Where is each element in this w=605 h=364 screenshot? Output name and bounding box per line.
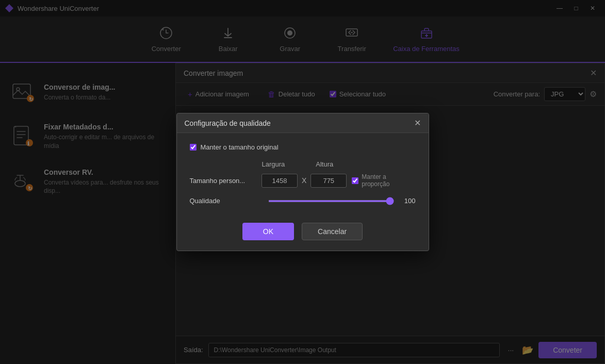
height-input[interactable] — [310, 174, 347, 188]
dimensions-header: Largura Altura — [190, 160, 416, 168]
keep-original-checkbox[interactable] — [190, 144, 197, 151]
dialog-body: Manter o tamanho original Largura Altura… — [177, 133, 429, 215]
cancel-button[interactable]: Cancelar — [302, 223, 363, 240]
dialog-titlebar: Configuração de qualidade ✕ — [177, 113, 429, 133]
width-input[interactable] — [261, 174, 298, 188]
quality-dialog: Configuração de qualidade ✕ Manter o tam… — [176, 113, 429, 251]
ok-button[interactable]: OK — [242, 223, 294, 240]
height-header: Altura — [316, 160, 333, 168]
quality-value: 100 — [400, 197, 416, 205]
keep-original-label: Manter o tamanho original — [201, 143, 279, 151]
dimension-separator: X — [302, 176, 306, 185]
quality-label: Qualidade — [190, 197, 262, 205]
custom-size-label: Tamanho person... — [190, 177, 261, 185]
dialog-close-button[interactable]: ✕ — [414, 118, 421, 128]
keep-original-row: Manter o tamanho original — [190, 143, 416, 151]
dialog-title: Configuração de qualidade — [185, 119, 271, 127]
custom-size-row: Tamanho person... X Manter a proporção — [190, 173, 416, 188]
maintain-ratio-label[interactable]: Manter a proporção — [352, 173, 415, 188]
dialog-footer: OK Cancelar — [177, 215, 429, 251]
width-header: Largura — [262, 160, 285, 168]
maintain-ratio-text: Manter a proporção — [362, 173, 415, 188]
dialog-overlay: Configuração de qualidade ✕ Manter o tam… — [0, 0, 605, 364]
quality-slider[interactable] — [268, 200, 394, 202]
maintain-ratio-checkbox[interactable] — [352, 177, 358, 184]
quality-row: Qualidade 100 — [190, 197, 416, 205]
